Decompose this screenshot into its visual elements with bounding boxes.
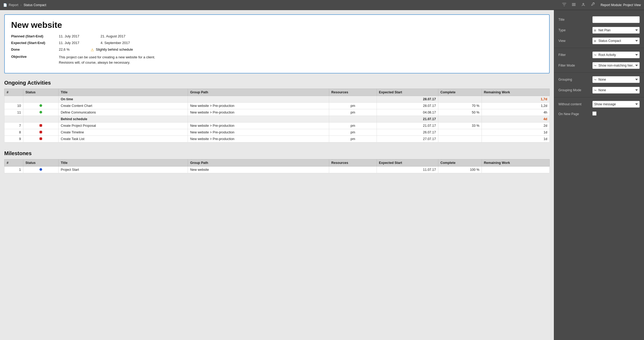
milestones-section-header: Milestones: [4, 150, 550, 156]
filter-mode-select[interactable]: Show non-matching hier...: [592, 62, 640, 69]
sidebar-view-label: View: [558, 39, 590, 43]
row-status: [23, 129, 59, 136]
planned-row: Planned (Start-End) 11. July 2017 21. Au…: [11, 34, 543, 38]
row-exp-start: 28.07.17: [377, 103, 438, 109]
planned-end: 21. August 2017: [100, 34, 125, 38]
done-status-wrapper: ⚠ Slightly behind schedule: [91, 47, 133, 52]
title-input[interactable]: [592, 16, 640, 23]
sidebar-divider-3: [554, 97, 644, 97]
row-status: [23, 136, 59, 142]
row-group-path: New website > Pre-production: [188, 129, 329, 136]
breadcrumb-parent[interactable]: Report: [9, 3, 18, 7]
svg-rect-2: [572, 5, 576, 6]
row-exp-start: 21.07.17: [377, 123, 438, 129]
sidebar-view-row: View ⊞ Status Compact: [554, 36, 644, 46]
col-title: Title: [59, 89, 188, 96]
group-row-behind: Behind schedule 21.07.17 4d: [5, 116, 550, 123]
row-num: 7: [5, 123, 23, 129]
col-hash: #: [5, 89, 23, 96]
row-exp-start: 04.08.17: [377, 109, 438, 116]
group-exp-start-on-time: 28.07.17: [377, 96, 438, 103]
sidebar-filter-row: Filter ↪ Root Activity: [554, 50, 644, 60]
list-icon[interactable]: [571, 2, 576, 8]
row-title: Create Task List: [59, 136, 188, 142]
sidebar-title-row: Title: [554, 14, 644, 25]
row-status: [23, 109, 59, 116]
row-remaining: 4h: [482, 109, 549, 116]
breadcrumb-separator: ›: [20, 3, 21, 7]
status-red-icon: [39, 137, 42, 140]
project-title: New website: [11, 20, 543, 30]
milestones-section: Milestones # Status Title Group Path Res…: [4, 150, 550, 173]
sidebar-divider-2: [554, 72, 644, 73]
col-exp-start: Expected Start: [377, 159, 438, 167]
sidebar-filter-label: Filter: [558, 53, 590, 57]
row-group-path: New website > Pre-production: [188, 103, 329, 109]
col-complete: Complete: [438, 159, 482, 167]
sidebar-divider-1: [554, 48, 644, 48]
filter-icon[interactable]: [562, 2, 567, 8]
row-group-path: New website: [188, 167, 329, 173]
group-remaining-behind: 4d: [482, 116, 549, 123]
sidebar-on-new-page-label: On New Page: [558, 112, 590, 116]
breadcrumb-current: Status Compact: [24, 3, 46, 7]
type-select[interactable]: Net Plan: [592, 27, 640, 34]
row-remaining: 2d: [482, 123, 549, 129]
module-label: Report Module: Project View: [601, 3, 641, 7]
sidebar-grouping-control: ↪ None: [592, 76, 640, 83]
table-row: 1 Project Start New website 11.07.17 100…: [5, 167, 550, 173]
without-content-select[interactable]: Show message: [592, 101, 640, 108]
sidebar-type-label: Type: [558, 28, 590, 32]
done-value: 22,6 %: [59, 47, 69, 51]
row-title: Define Communications: [59, 109, 188, 116]
row-status: [23, 167, 59, 173]
done-label: Done: [11, 47, 59, 51]
row-title: Create Timeline: [59, 129, 188, 136]
sidebar-title-control: [592, 16, 640, 23]
project-card: New website Planned (Start-End) 11. July…: [4, 14, 550, 73]
row-resources: pm: [329, 136, 377, 142]
row-exp-start: 11.07.17: [377, 167, 438, 173]
grouping-select[interactable]: None: [592, 76, 640, 83]
on-new-page-checkbox[interactable]: [592, 111, 597, 116]
brush-icon[interactable]: [581, 2, 586, 8]
view-select[interactable]: Status Compact: [592, 37, 640, 44]
status-blue-icon: [39, 168, 42, 171]
row-group-path: New website > Pre-production: [188, 109, 329, 116]
table-row: 9 Create Task List New website > Pre-pro…: [5, 136, 550, 142]
breadcrumb: 📄 Report › Status Compact: [3, 3, 46, 7]
row-resources: pm: [329, 103, 377, 109]
right-sidebar: Title Type ⊞ Net Plan View ⊞ Status Comp…: [554, 10, 644, 340]
status-green-icon: [39, 111, 42, 114]
sidebar-filter-mode-row: Filter Mode ↪ Show non-matching hier...: [554, 60, 644, 71]
sidebar-grouping-label: Grouping: [558, 78, 590, 81]
row-resources: pm: [329, 109, 377, 116]
milestones-table: # Status Title Group Path Resources Expe…: [4, 159, 550, 173]
expected-label: Expected (Start-End): [11, 41, 59, 45]
filter-select[interactable]: Root Activity: [592, 51, 640, 58]
row-title: Project Start: [59, 167, 188, 173]
row-remaining: 1d: [482, 136, 549, 142]
row-status: [23, 103, 59, 109]
grouping-mode-select[interactable]: None: [592, 87, 640, 94]
row-num: 1: [5, 167, 23, 173]
col-status: Status: [23, 159, 59, 167]
row-complete: 50 %: [438, 109, 482, 116]
group-row-on-time: On time 28.07.17 1,7d: [5, 96, 550, 103]
svg-rect-1: [572, 4, 576, 5]
doc-icon: 📄: [3, 3, 7, 7]
row-remaining: 1,2d: [482, 103, 549, 109]
row-complete: [438, 129, 482, 136]
row-exp-start: 26.07.17: [377, 129, 438, 136]
wrench-icon[interactable]: [590, 2, 595, 8]
row-num: 10: [5, 103, 23, 109]
warning-icon: ⚠: [91, 48, 94, 52]
ongoing-table: # Status Title Group Path Resources Expe…: [4, 89, 550, 142]
row-group-path: New website > Pre-production: [188, 123, 329, 129]
col-complete: Complete: [438, 89, 482, 96]
row-complete: 100 %: [438, 167, 482, 173]
expected-start: 11. July 2017: [59, 41, 79, 45]
objective-row: Objective This project can be used for c…: [11, 55, 543, 65]
row-num: 11: [5, 109, 23, 116]
sidebar-without-content-control: Show message: [592, 101, 640, 108]
